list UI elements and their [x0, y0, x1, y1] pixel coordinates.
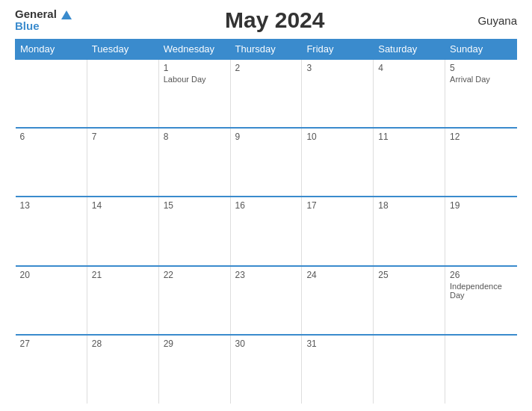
calendar-cell: 10: [302, 128, 374, 197]
calendar-cell: 9: [230, 128, 302, 197]
calendar-cell: 26Independence Day: [445, 266, 517, 335]
day-number: 2: [235, 63, 297, 73]
calendar-cell: 2: [230, 59, 302, 128]
calendar-header-row: MondayTuesdayWednesdayThursdayFridaySatu…: [16, 40, 517, 60]
calendar-cell: 4: [374, 59, 445, 128]
calendar-cell: 5Arrival Day: [445, 59, 517, 128]
country-label: Guyana: [477, 14, 517, 27]
calendar-week-row: 13141516171819: [16, 197, 517, 265]
day-number: 16: [235, 200, 297, 211]
col-header-friday: Friday: [302, 40, 374, 60]
calendar-cell: 17: [302, 197, 374, 265]
day-number: 19: [450, 200, 512, 211]
logo-general-text: General: [15, 8, 72, 21]
calendar-cell: [87, 59, 158, 128]
day-number: 6: [20, 132, 82, 142]
day-number: 4: [378, 63, 440, 73]
calendar-week-row: 1Labour Day2345Arrival Day: [16, 59, 517, 128]
col-header-wednesday: Wednesday: [158, 40, 230, 60]
calendar-cell: 3: [302, 59, 374, 128]
calendar-week-row: 20212223242526Independence Day: [16, 266, 517, 335]
day-number: 30: [235, 339, 297, 349]
day-number: 31: [306, 339, 368, 349]
day-number: 12: [450, 132, 512, 142]
day-number: 25: [378, 270, 440, 280]
calendar-week-row: 2728293031: [16, 335, 517, 404]
col-header-tuesday: Tuesday: [87, 40, 158, 60]
day-number: 15: [164, 200, 226, 211]
col-header-saturday: Saturday: [374, 40, 445, 60]
day-number: 28: [92, 339, 154, 349]
day-number: 26: [450, 270, 512, 280]
calendar-cell: [445, 335, 517, 404]
day-number: 5: [450, 63, 512, 73]
calendar-cell: 28: [87, 335, 158, 404]
logo: General Blue: [15, 8, 72, 33]
col-header-monday: Monday: [16, 40, 87, 60]
calendar-cell: 7: [87, 128, 158, 197]
holiday-label: Arrival Day: [450, 75, 512, 84]
calendar-cell: 1Labour Day: [158, 59, 230, 128]
calendar-cell: 31: [302, 335, 374, 404]
calendar-cell: 12: [445, 128, 517, 197]
calendar-cell: [16, 59, 87, 128]
day-number: 9: [235, 132, 297, 142]
calendar-cell: 18: [374, 197, 445, 265]
day-number: 14: [92, 200, 154, 211]
calendar-cell: 23: [230, 266, 302, 335]
day-number: 18: [378, 200, 440, 211]
calendar-week-row: 6789101112: [16, 128, 517, 197]
page-header: General Blue May 2024 Guyana: [15, 7, 517, 33]
col-header-thursday: Thursday: [230, 40, 302, 60]
calendar-table: MondayTuesdayWednesdayThursdayFridaySatu…: [15, 39, 517, 404]
day-number: 24: [306, 270, 368, 280]
calendar-cell: [374, 335, 445, 404]
day-number: 27: [20, 339, 82, 349]
day-number: 29: [164, 339, 226, 349]
calendar-cell: 30: [230, 335, 302, 404]
day-number: 8: [164, 132, 226, 142]
calendar-cell: 13: [16, 197, 87, 265]
day-number: 13: [20, 200, 82, 211]
holiday-label: Independence Day: [450, 282, 512, 300]
calendar-cell: 22: [158, 266, 230, 335]
calendar-cell: 14: [87, 197, 158, 265]
calendar-cell: 25: [374, 266, 445, 335]
day-number: 3: [306, 63, 368, 73]
calendar-title: May 2024: [225, 7, 324, 33]
col-header-sunday: Sunday: [445, 40, 517, 60]
calendar-cell: 15: [158, 197, 230, 265]
calendar-cell: 8: [158, 128, 230, 197]
holiday-label: Labour Day: [164, 75, 226, 84]
calendar-cell: 16: [230, 197, 302, 265]
day-number: 11: [378, 132, 440, 142]
calendar-cell: 20: [16, 266, 87, 335]
day-number: 21: [92, 270, 154, 280]
calendar-cell: 24: [302, 266, 374, 335]
calendar-cell: 29: [158, 335, 230, 404]
calendar-cell: 27: [16, 335, 87, 404]
calendar-cell: 11: [374, 128, 445, 197]
day-number: 10: [306, 132, 368, 142]
day-number: 23: [235, 270, 297, 280]
day-number: 17: [306, 200, 368, 211]
day-number: 7: [92, 132, 154, 142]
calendar-cell: 21: [87, 266, 158, 335]
calendar-cell: 19: [445, 197, 517, 265]
day-number: 20: [20, 270, 82, 280]
calendar-cell: 6: [16, 128, 87, 197]
day-number: 22: [164, 270, 226, 280]
day-number: 1: [164, 63, 226, 73]
logo-triangle-icon: [61, 10, 72, 19]
logo-blue-text: Blue: [15, 20, 72, 33]
